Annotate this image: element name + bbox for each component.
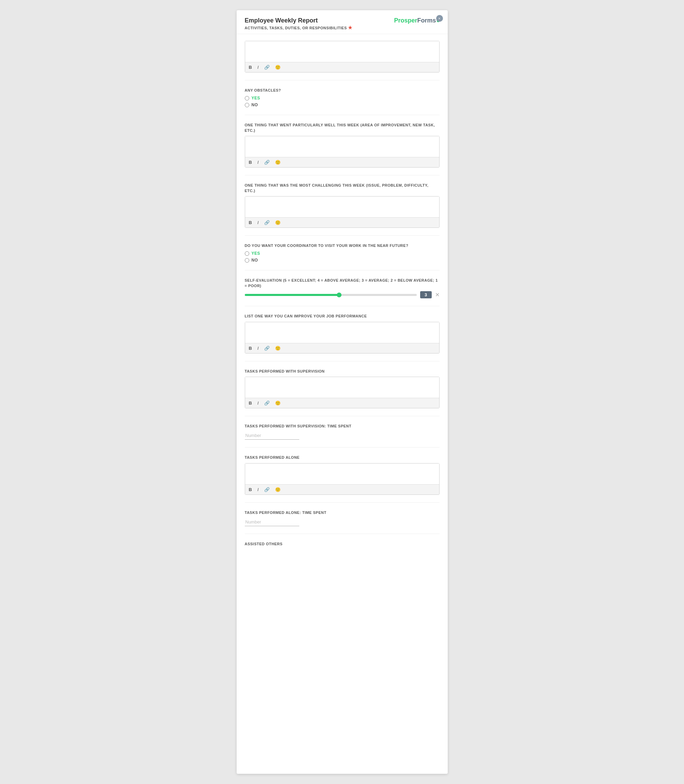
divider-9 (245, 447, 440, 448)
divider-4 (245, 235, 440, 236)
obstacles-yes-label: YES (252, 96, 260, 100)
activities-italic-btn[interactable]: I (256, 64, 260, 71)
obstacles-yes-radio[interactable] (245, 96, 249, 100)
tasks-alone-time-input[interactable] (245, 518, 299, 526)
obstacles-no-item[interactable]: NO (245, 102, 440, 107)
activities-rich-text: B I 🔗 🙂 (245, 41, 440, 73)
coordinator-no-item[interactable]: NO (245, 258, 440, 263)
went-well-section: ONE THING THAT WENT PARTICULARLY WELL TH… (245, 123, 440, 168)
assisted-others-section: ASSISTED OTHERS (245, 542, 440, 546)
logo-prosper: Prosper (394, 17, 417, 24)
improve-performance-textarea[interactable] (245, 322, 439, 343)
obstacles-yes-item[interactable]: YES (245, 96, 440, 100)
went-well-bold-btn[interactable]: B (248, 159, 253, 165)
improve-performance-label: LIST ONE WAY YOU CAN IMPROVE YOUR JOB PE… (245, 314, 440, 319)
tasks-alone-bold-btn[interactable]: B (248, 487, 253, 493)
activities-link-btn[interactable]: 🔗 (263, 64, 271, 71)
challenging-toolbar: B I 🔗 🙂 (245, 217, 439, 228)
tasks-supervision-bold-btn[interactable]: B (248, 400, 253, 406)
slider-clear-btn[interactable]: ✕ (435, 292, 440, 297)
challenging-rich-text: B I 🔗 🙂 (245, 196, 440, 228)
slider-container: 3 ✕ (245, 291, 440, 298)
obstacles-section: ANY OBSTACLES? YES NO (245, 88, 440, 107)
challenging-italic-btn[interactable]: I (256, 219, 260, 226)
form-container: Employee Weekly Report ACTIVITIES, TASKS… (237, 10, 448, 774)
tasks-supervision-emoji-btn[interactable]: 🙂 (274, 400, 282, 406)
went-well-textarea[interactable] (245, 136, 439, 157)
improve-emoji-btn[interactable]: 🙂 (274, 345, 282, 351)
tasks-alone-italic-btn[interactable]: I (256, 487, 260, 493)
tasks-supervision-time-section: TASKS PERFORMED WITH SUPERVISION: TIME S… (245, 424, 440, 440)
self-evaluation-section: SELF-EVALUATION (5 = EXCELLENT; 4 = ABOV… (245, 278, 440, 298)
coordinator-visit-label: DO YOU WANT YOUR COORDINATOR TO VISIT YO… (245, 243, 440, 248)
challenging-label: ONE THING THAT WAS THE MOST CHALLENGING … (245, 183, 440, 194)
slider-value: 3 (420, 291, 432, 298)
obstacles-label: ANY OBSTACLES? (245, 88, 440, 93)
went-well-label: ONE THING THAT WENT PARTICULARLY WELL TH… (245, 123, 440, 133)
tasks-supervision-label: TASKS PERFORMED WITH SUPERVISION (245, 369, 440, 374)
divider-7 (245, 361, 440, 361)
tasks-alone-label: TASKS PERFORMED ALONE (245, 455, 440, 460)
improve-link-btn[interactable]: 🔗 (263, 345, 271, 351)
form-body: B I 🔗 🙂 ANY OBSTACLES? YES NO (237, 34, 448, 561)
tasks-alone-emoji-btn[interactable]: 🙂 (274, 487, 282, 493)
activities-section: B I 🔗 🙂 (245, 41, 440, 73)
assisted-others-label: ASSISTED OTHERS (245, 542, 440, 546)
obstacles-no-radio[interactable] (245, 103, 249, 107)
tasks-alone-time-section: TASKS PERFORMED ALONE: TIME SPENT (245, 510, 440, 526)
activities-emoji-btn[interactable]: 🙂 (274, 64, 282, 71)
close-button[interactable]: × (436, 15, 443, 22)
activities-textarea[interactable] (245, 41, 439, 62)
tasks-alone-textarea[interactable] (245, 464, 439, 484)
improve-performance-toolbar: B I 🔗 🙂 (245, 343, 439, 353)
challenging-textarea[interactable] (245, 197, 439, 217)
required-star: ★ (348, 25, 353, 30)
went-well-link-btn[interactable]: 🔗 (263, 159, 271, 165)
divider-6 (245, 306, 440, 306)
slider-track (245, 294, 417, 296)
challenging-section: ONE THING THAT WAS THE MOST CHALLENGING … (245, 183, 440, 228)
divider-5 (245, 270, 440, 270)
divider-10 (245, 502, 440, 503)
coordinator-no-label: NO (252, 258, 258, 263)
divider-3 (245, 175, 440, 175)
obstacles-radio-group: YES NO (245, 96, 440, 107)
prosper-forms-logo: Prosper Forms (394, 17, 439, 24)
improve-performance-rich-text: B I 🔗 🙂 (245, 322, 440, 354)
self-evaluation-label: SELF-EVALUATION (5 = EXCELLENT; 4 = ABOV… (245, 278, 440, 288)
tasks-alone-toolbar: B I 🔗 🙂 (245, 484, 439, 495)
coordinator-yes-radio[interactable] (245, 251, 249, 256)
went-well-rich-text: B I 🔗 🙂 (245, 136, 440, 168)
tasks-supervision-time-label: TASKS PERFORMED WITH SUPERVISION: TIME S… (245, 424, 440, 429)
improve-bold-btn[interactable]: B (248, 345, 253, 351)
tasks-supervision-italic-btn[interactable]: I (256, 400, 260, 406)
logo-forms: Forms (417, 17, 436, 24)
coordinator-yes-label: YES (252, 251, 260, 256)
tasks-supervision-time-input[interactable] (245, 432, 299, 440)
challenging-link-btn[interactable]: 🔗 (263, 219, 271, 226)
tasks-supervision-link-btn[interactable]: 🔗 (263, 400, 271, 406)
tasks-supervision-toolbar: B I 🔗 🙂 (245, 398, 439, 408)
coordinator-visit-radio-group: YES NO (245, 251, 440, 263)
activities-bold-btn[interactable]: B (248, 64, 253, 71)
tasks-alone-section: TASKS PERFORMED ALONE B I 🔗 🙂 (245, 455, 440, 495)
challenging-emoji-btn[interactable]: 🙂 (274, 219, 282, 226)
form-title-block: Employee Weekly Report ACTIVITIES, TASKS… (245, 17, 353, 30)
coordinator-visit-section: DO YOU WANT YOUR COORDINATOR TO VISIT YO… (245, 243, 440, 263)
tasks-supervision-textarea[interactable] (245, 377, 439, 398)
went-well-toolbar: B I 🔗 🙂 (245, 157, 439, 167)
went-well-italic-btn[interactable]: I (256, 159, 260, 165)
tasks-alone-link-btn[interactable]: 🔗 (263, 487, 271, 493)
activities-toolbar: B I 🔗 🙂 (245, 62, 439, 72)
challenging-bold-btn[interactable]: B (248, 219, 253, 226)
divider-8 (245, 416, 440, 416)
form-header: Employee Weekly Report ACTIVITIES, TASKS… (237, 10, 448, 34)
improve-italic-btn[interactable]: I (256, 345, 260, 351)
tasks-alone-time-label: TASKS PERFORMED ALONE: TIME SPENT (245, 510, 440, 515)
improve-performance-section: LIST ONE WAY YOU CAN IMPROVE YOUR JOB PE… (245, 314, 440, 353)
form-title: Employee Weekly Report (245, 17, 353, 24)
went-well-emoji-btn[interactable]: 🙂 (274, 159, 282, 165)
coordinator-no-radio[interactable] (245, 258, 249, 263)
obstacles-no-label: NO (252, 102, 258, 107)
coordinator-yes-item[interactable]: YES (245, 251, 440, 256)
